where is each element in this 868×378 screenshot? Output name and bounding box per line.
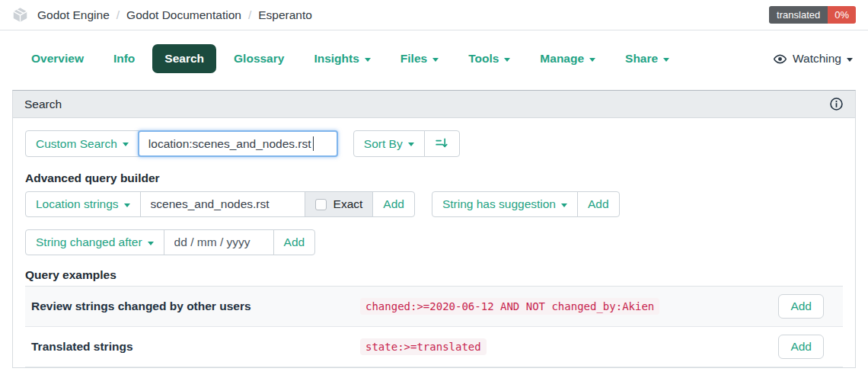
add-suggestion-filter-button[interactable]: Add <box>577 191 620 217</box>
text-cursor <box>313 136 314 151</box>
tab-search[interactable]: Search <box>152 44 216 73</box>
top-bar: Godot Engine / Godot Documentation / Esp… <box>0 0 868 30</box>
info-circle-icon[interactable] <box>829 97 844 111</box>
custom-search-dropdown[interactable]: Custom Search <box>25 130 139 157</box>
table-row: Translated strings state:>=translated Ad… <box>25 327 843 367</box>
add-example-query-button[interactable]: Add <box>778 294 824 319</box>
query-examples-table: Review strings changed by other users ch… <box>25 286 843 367</box>
breadcrumb-separator: / <box>116 8 120 22</box>
chevron-down-icon <box>589 58 595 62</box>
string-has-suggestion-dropdown[interactable]: String has suggestion <box>432 191 578 217</box>
tab-overview[interactable]: Overview <box>19 44 96 73</box>
string-changed-after-dropdown[interactable]: String changed after <box>25 229 164 255</box>
changed-after-date-input[interactable] <box>164 229 274 255</box>
sort-group: Sort By <box>353 130 460 157</box>
exact-label: Exact <box>333 197 363 211</box>
location-strings-dropdown[interactable]: Location strings <box>25 191 141 217</box>
add-location-filter-button[interactable]: Add <box>372 191 415 217</box>
example-query: state:>=translated <box>360 340 778 354</box>
sort-by-dropdown[interactable]: Sort By <box>353 130 425 157</box>
panel-body: Custom Search location:scenes_and_nodes.… <box>13 118 855 367</box>
chevron-down-icon <box>561 203 567 207</box>
chevron-down-icon <box>365 58 371 62</box>
breadcrumb: Godot Engine / Godot Documentation / Esp… <box>12 7 312 23</box>
chevron-down-icon <box>432 58 439 62</box>
breadcrumb-link-project[interactable]: Godot Engine <box>37 8 110 22</box>
location-strings-input[interactable] <box>140 191 305 217</box>
tab-files[interactable]: Files <box>388 44 451 73</box>
table-row: Review strings changed by other users ch… <box>25 287 843 327</box>
search-toolbar: Custom Search location:scenes_and_nodes.… <box>25 130 843 157</box>
panel-title: Search <box>24 98 62 111</box>
example-query: changed:>=2020-06-12 AND NOT changed_by:… <box>360 300 778 313</box>
eye-icon <box>773 52 787 66</box>
builder-row-2: String changed after Add <box>25 229 843 255</box>
tab-tools[interactable]: Tools <box>456 44 522 73</box>
example-name: Review strings changed by other users <box>31 300 360 313</box>
badge-value: 0% <box>828 6 856 24</box>
builder-heading: Advanced query builder <box>25 171 843 184</box>
query-code: state:>=translated <box>360 338 487 355</box>
sort-amount-icon <box>435 136 449 151</box>
tab-info[interactable]: Info <box>101 44 147 73</box>
chevron-down-icon <box>847 58 853 62</box>
suggestion-group: String has suggestion Add <box>432 191 620 217</box>
search-panel: Search Custom Search location:scenes_and… <box>12 90 856 368</box>
tab-manage[interactable]: Manage <box>528 44 608 73</box>
search-input-group: Custom Search location:scenes_and_nodes.… <box>25 130 338 157</box>
breadcrumb-separator: / <box>248 8 251 22</box>
add-changed-after-filter-button[interactable]: Add <box>273 229 316 255</box>
package-icon <box>12 7 28 23</box>
watching-dropdown[interactable]: Watching <box>773 52 856 66</box>
translated-progress-badge: translated 0% <box>769 6 856 24</box>
exact-addon: Exact <box>305 191 374 217</box>
query-code: changed:>=2020-06-12 AND NOT changed_by:… <box>360 298 659 315</box>
chevron-down-icon <box>148 242 154 245</box>
watching-label: Watching <box>793 52 841 66</box>
breadcrumb-link-language[interactable]: Esperanto <box>258 8 312 22</box>
chevron-down-icon <box>408 143 414 146</box>
chevron-down-icon <box>123 143 129 146</box>
tab-glossary[interactable]: Glossary <box>222 44 296 73</box>
chevron-down-icon <box>124 203 130 207</box>
location-strings-group: Location strings Exact Add <box>25 191 415 217</box>
breadcrumb-link-component[interactable]: Godot Documentation <box>126 8 241 22</box>
add-example-query-button[interactable]: Add <box>778 335 824 359</box>
example-name: Translated strings <box>31 340 360 354</box>
panel-header: Search <box>13 91 855 118</box>
main-nav: Overview Info Search Glossary Insights F… <box>0 30 868 73</box>
query-examples-heading: Query examples <box>25 268 843 281</box>
exact-checkbox[interactable] <box>315 199 327 210</box>
builder-row-1: Location strings Exact Add String has su… <box>25 191 843 217</box>
search-query-input[interactable]: location:scenes_and_nodes.rst <box>138 130 338 157</box>
chevron-down-icon <box>504 58 510 62</box>
tab-share[interactable]: Share <box>613 44 681 73</box>
badge-label: translated <box>769 6 828 24</box>
changed-after-group: String changed after Add <box>25 229 315 255</box>
sort-order-button[interactable] <box>424 130 460 157</box>
chevron-down-icon <box>663 58 669 62</box>
tab-insights[interactable]: Insights <box>302 44 382 73</box>
